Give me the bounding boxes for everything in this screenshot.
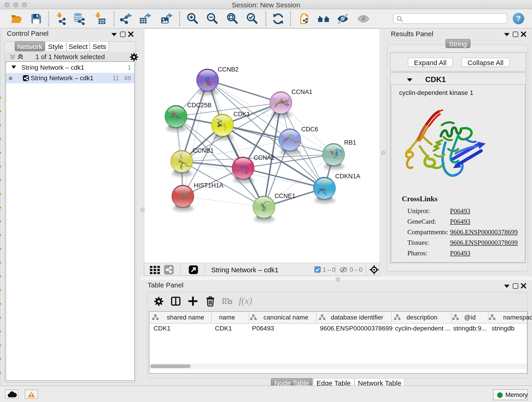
svg-text:CDC6: CDC6 [301, 126, 318, 133]
svg-text:CDK1: CDK1 [234, 111, 250, 118]
svg-text:CDC25B: CDC25B [187, 102, 212, 109]
svg-text:CDKN1A: CDKN1A [335, 173, 360, 180]
svg-text:CCNB1: CCNB1 [193, 147, 214, 154]
svg-text:HIST1H1A: HIST1H1A [194, 182, 223, 189]
svg-text:CCNA2: CCNA2 [254, 154, 275, 161]
svg-text:RB1: RB1 [344, 139, 356, 146]
svg-text:CCNE1: CCNE1 [274, 192, 296, 199]
svg-text:CCNB2: CCNB2 [218, 66, 239, 73]
svg-text:CCNA1: CCNA1 [291, 89, 312, 95]
